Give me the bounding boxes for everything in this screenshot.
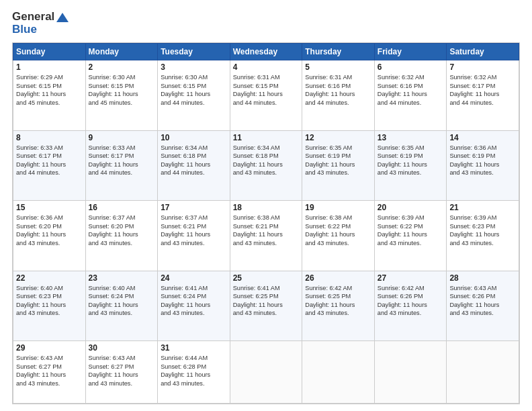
calendar-cell: 8Sunrise: 6:33 AMSunset: 6:17 PMDaylight… [13, 130, 86, 200]
day-info: Sunrise: 6:43 AMSunset: 6:26 PMDaylight:… [449, 284, 516, 318]
day-number: 26 [305, 273, 371, 283]
calendar-cell: 5Sunrise: 6:31 AMSunset: 6:16 PMDaylight… [302, 60, 375, 130]
calendar-cell: 1Sunrise: 6:29 AMSunset: 6:15 PMDaylight… [13, 60, 86, 130]
day-number: 28 [449, 273, 516, 283]
day-info: Sunrise: 6:36 AMSunset: 6:19 PMDaylight:… [449, 144, 516, 177]
calendar-cell: 17Sunrise: 6:37 AMSunset: 6:21 PMDayligh… [158, 201, 230, 271]
day-info: Sunrise: 6:34 AMSunset: 6:18 PMDaylight:… [161, 144, 227, 177]
calendar-cell: 4Sunrise: 6:31 AMSunset: 6:15 PMDaylight… [230, 60, 302, 130]
calendar-week-2: 8Sunrise: 6:33 AMSunset: 6:17 PMDaylight… [13, 130, 519, 200]
logo-general: General [12, 10, 54, 23]
calendar-cell: 7Sunrise: 6:32 AMSunset: 6:17 PMDaylight… [447, 60, 519, 130]
calendar-cell: 27Sunrise: 6:42 AMSunset: 6:26 PMDayligh… [374, 271, 447, 340]
calendar-cell: 19Sunrise: 6:38 AMSunset: 6:22 PMDayligh… [302, 201, 375, 271]
header: General Blue [12, 11, 520, 36]
calendar-cell: 29Sunrise: 6:43 AMSunset: 6:27 PMDayligh… [13, 341, 86, 404]
day-number: 27 [378, 273, 444, 283]
day-info: Sunrise: 6:35 AMSunset: 6:19 PMDaylight:… [378, 144, 444, 177]
day-info: Sunrise: 6:30 AMSunset: 6:15 PMDaylight:… [89, 73, 155, 107]
calendar-cell: 24Sunrise: 6:41 AMSunset: 6:24 PMDayligh… [158, 271, 230, 340]
day-info: Sunrise: 6:29 AMSunset: 6:15 PMDaylight:… [16, 73, 83, 107]
day-number: 13 [378, 133, 444, 142]
calendar: SundayMondayTuesdayWednesdayThursdayFrid… [12, 42, 520, 404]
weekday-header-tuesday: Tuesday [158, 44, 230, 60]
day-number: 17 [161, 203, 227, 212]
calendar-cell [447, 341, 519, 404]
day-info: Sunrise: 6:30 AMSunset: 6:15 PMDaylight:… [161, 73, 227, 107]
calendar-week-5: 29Sunrise: 6:43 AMSunset: 6:27 PMDayligh… [13, 341, 519, 404]
day-number: 20 [378, 203, 444, 212]
calendar-cell: 20Sunrise: 6:39 AMSunset: 6:22 PMDayligh… [374, 201, 447, 271]
calendar-cell: 18Sunrise: 6:38 AMSunset: 6:21 PMDayligh… [230, 201, 302, 271]
day-number: 25 [233, 273, 300, 283]
weekday-header-friday: Friday [374, 44, 447, 60]
calendar-cell: 25Sunrise: 6:41 AMSunset: 6:25 PMDayligh… [230, 271, 302, 340]
day-number: 15 [16, 203, 83, 212]
day-number: 29 [16, 343, 83, 353]
calendar-cell: 12Sunrise: 6:35 AMSunset: 6:19 PMDayligh… [302, 130, 375, 200]
calendar-cell: 10Sunrise: 6:34 AMSunset: 6:18 PMDayligh… [158, 130, 230, 200]
day-info: Sunrise: 6:34 AMSunset: 6:18 PMDaylight:… [233, 144, 300, 177]
day-info: Sunrise: 6:31 AMSunset: 6:15 PMDaylight:… [233, 73, 300, 107]
weekday-header-sunday: Sunday [13, 44, 86, 60]
calendar-cell: 30Sunrise: 6:43 AMSunset: 6:27 PMDayligh… [85, 341, 158, 404]
calendar-cell: 26Sunrise: 6:42 AMSunset: 6:25 PMDayligh… [302, 271, 375, 340]
calendar-cell: 22Sunrise: 6:40 AMSunset: 6:23 PMDayligh… [13, 271, 86, 340]
calendar-cell: 23Sunrise: 6:40 AMSunset: 6:24 PMDayligh… [85, 271, 158, 340]
calendar-cell: 21Sunrise: 6:39 AMSunset: 6:23 PMDayligh… [447, 201, 519, 271]
logo-icon [55, 11, 70, 24]
day-number: 24 [161, 273, 227, 283]
day-info: Sunrise: 6:39 AMSunset: 6:22 PMDaylight:… [378, 214, 444, 247]
day-number: 1 [16, 62, 83, 72]
day-info: Sunrise: 6:40 AMSunset: 6:23 PMDaylight:… [16, 284, 83, 318]
calendar-cell: 13Sunrise: 6:35 AMSunset: 6:19 PMDayligh… [374, 130, 447, 200]
day-number: 18 [233, 203, 300, 212]
calendar-cell: 15Sunrise: 6:36 AMSunset: 6:20 PMDayligh… [13, 201, 86, 271]
day-number: 14 [449, 133, 516, 142]
day-number: 12 [305, 133, 371, 142]
calendar-cell [230, 341, 302, 404]
day-number: 31 [161, 343, 227, 353]
calendar-cell: 3Sunrise: 6:30 AMSunset: 6:15 PMDaylight… [158, 60, 230, 130]
day-number: 30 [89, 343, 155, 353]
day-info: Sunrise: 6:39 AMSunset: 6:23 PMDaylight:… [449, 214, 516, 247]
day-info: Sunrise: 6:44 AMSunset: 6:28 PMDaylight:… [161, 354, 227, 387]
day-number: 2 [89, 62, 155, 72]
page: General Blue SundayMondayTuesdayWednesda… [0, 0, 532, 411]
calendar-cell [302, 341, 375, 404]
calendar-week-1: 1Sunrise: 6:29 AMSunset: 6:15 PMDaylight… [13, 60, 519, 130]
calendar-cell: 28Sunrise: 6:43 AMSunset: 6:26 PMDayligh… [447, 271, 519, 340]
logo: General Blue [12, 11, 71, 36]
day-info: Sunrise: 6:42 AMSunset: 6:25 PMDaylight:… [305, 284, 371, 318]
weekday-header-saturday: Saturday [447, 44, 519, 60]
day-info: Sunrise: 6:43 AMSunset: 6:27 PMDaylight:… [16, 354, 83, 387]
day-info: Sunrise: 6:41 AMSunset: 6:24 PMDaylight:… [161, 284, 227, 318]
day-number: 5 [305, 62, 371, 72]
calendar-cell: 9Sunrise: 6:33 AMSunset: 6:17 PMDaylight… [85, 130, 158, 200]
day-number: 16 [89, 203, 155, 212]
day-number: 21 [449, 203, 516, 212]
day-info: Sunrise: 6:32 AMSunset: 6:16 PMDaylight:… [378, 73, 444, 107]
day-info: Sunrise: 6:33 AMSunset: 6:17 PMDaylight:… [16, 144, 83, 177]
calendar-week-4: 22Sunrise: 6:40 AMSunset: 6:23 PMDayligh… [13, 271, 519, 340]
day-info: Sunrise: 6:38 AMSunset: 6:21 PMDaylight:… [233, 214, 300, 247]
day-number: 4 [233, 62, 300, 72]
logo-blue: Blue [12, 24, 71, 36]
day-number: 7 [449, 62, 516, 72]
calendar-cell: 16Sunrise: 6:37 AMSunset: 6:20 PMDayligh… [85, 201, 158, 271]
day-number: 11 [233, 133, 300, 142]
day-info: Sunrise: 6:41 AMSunset: 6:25 PMDaylight:… [233, 284, 300, 318]
day-number: 10 [161, 133, 227, 142]
calendar-cell: 14Sunrise: 6:36 AMSunset: 6:19 PMDayligh… [447, 130, 519, 200]
day-info: Sunrise: 6:35 AMSunset: 6:19 PMDaylight:… [305, 144, 371, 177]
weekday-row: SundayMondayTuesdayWednesdayThursdayFrid… [13, 44, 519, 60]
calendar-cell: 2Sunrise: 6:30 AMSunset: 6:15 PMDaylight… [85, 60, 158, 130]
day-number: 8 [16, 133, 83, 142]
day-info: Sunrise: 6:36 AMSunset: 6:20 PMDaylight:… [16, 214, 83, 247]
weekday-header-wednesday: Wednesday [230, 44, 302, 60]
svg-marker-0 [56, 13, 69, 22]
day-info: Sunrise: 6:40 AMSunset: 6:24 PMDaylight:… [89, 284, 155, 318]
day-info: Sunrise: 6:43 AMSunset: 6:27 PMDaylight:… [89, 354, 155, 387]
day-number: 19 [305, 203, 371, 212]
day-info: Sunrise: 6:33 AMSunset: 6:17 PMDaylight:… [89, 144, 155, 177]
